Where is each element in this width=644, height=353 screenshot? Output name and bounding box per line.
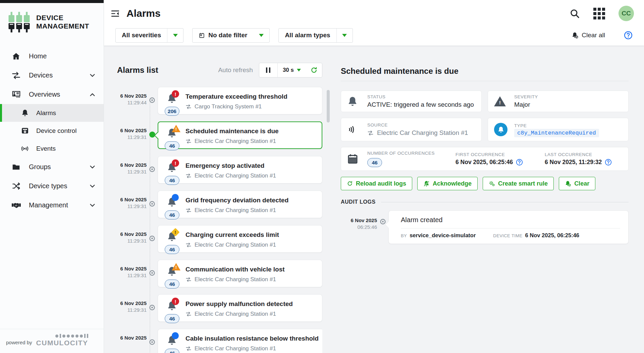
occurrence-count-badge: 46 [367,158,382,167]
audit-entry-meta: BY service_device-simulator DEVICE TIME … [401,232,620,239]
alarm-timestamp-time: 11:29:31 [117,168,147,175]
refresh-icon [347,181,353,187]
timeline-marker [147,260,158,287]
alarms-list-header: Alarms list Auto refresh 30 s [117,61,322,79]
severity-triangle-icon [494,96,514,106]
help-icon[interactable] [605,159,612,166]
avatar[interactable]: CC [619,6,634,21]
alarm-timestamp: 6 Nov 2025 11:29:31 [117,294,147,322]
presentation-icon [11,90,21,99]
sidebar-item-events[interactable]: Events [0,140,104,157]
alarm-bell-wrap: 46 [166,126,185,150]
sidebar-item-alarms[interactable]: Alarms [0,104,104,122]
type-value[interactable]: c8y_MaintenanceRequired [514,129,599,137]
acknowledge-button[interactable]: Acknowledge [417,177,478,190]
app-switcher-icon[interactable] [593,8,605,19]
alarm-card[interactable]: 46 Grid frequency deviation detected Ele… [158,191,322,218]
alarm-card[interactable]: 46 Communication with vehicle lost Elect… [158,260,322,287]
severity-filter-label: All severities [116,29,167,42]
alarm-list-row: 6 Nov 2025 11:29:44 206 Temperature exce… [117,87,322,114]
date-filter-dropdown[interactable]: No date filter [192,28,270,43]
interval-dropdown[interactable]: 30 s [277,63,306,77]
chevron-down-icon [297,69,301,71]
pause-button[interactable] [259,67,277,73]
clear-all-button[interactable]: Clear all [572,32,605,39]
alarm-list-row: 6 Nov 2025 11:29:31 46 Grid frequency de… [117,191,322,218]
alarm-timestamp: 6 Nov 2025 11:29:31 [117,156,147,184]
sidebar-item-groups[interactable]: Groups [0,157,104,176]
sidebar-item-management[interactable]: Management [0,196,104,215]
divider [401,228,620,229]
search-icon[interactable] [570,8,580,19]
last-occurrence-label: LAST OCCURRENCE [545,152,612,157]
audit-card: Alarm created BY service_device-simulato… [388,210,629,244]
detail-title: Scheduled maintenance is due [341,66,629,76]
alarm-title: Communication with vehicle lost [185,266,285,273]
swap-arrows-icon [185,346,192,352]
sidebar-item-label: Groups [29,163,51,171]
alarm-card[interactable]: 46 Cable insulation resistance below thr… [158,329,322,353]
alarm-card[interactable]: 46 Charging current exceeds limit Electr… [158,225,322,253]
sidebar-item-device-types[interactable]: Device types [0,176,104,196]
create-smart-rule-button[interactable]: Create smart rule [483,177,554,190]
alarm-device-name: Cargo Tracking System #1 [195,103,262,110]
alarm-device: Electric Car Charging Station #1 [185,345,319,352]
list-scrollbar-thumb[interactable] [327,90,330,122]
signal-icon [20,145,30,153]
circle-dot-marker-icon [149,270,155,276]
sidebar-top-strip [0,0,104,3]
alarm-list-row: 6 Nov 2025 11:29:31 46 Scheduled mainten… [117,121,322,149]
refresh-icon[interactable] [306,66,322,74]
alarm-texts: Emergency stop activated Electric Car Ch… [185,161,276,179]
by-label: BY [401,233,407,238]
alarm-timestamp: 6 Nov 2025 11:29:31 [117,260,147,287]
cumulocity-wordmark: CUMULOCITY [36,339,88,347]
alarm-texts: Charging current exceeds limit Electric … [185,230,279,248]
alarm-device-name: Electric Car Charging Station #1 [195,242,276,248]
audit-timestamp-time: 06:25:46 [341,224,377,231]
app-logo[interactable]: DEVICE MANAGEMENT [0,3,104,35]
cumulocity-dots-pattern [55,334,88,338]
alarm-bell-wrap: 46 [166,161,185,185]
alarm-timestamp-time: 11:29:31 [117,307,147,313]
severity-filter-dropdown[interactable]: All severities [115,28,183,43]
alarm-timestamp-date: 6 Nov 2025 [117,196,147,203]
help-icon[interactable] [516,159,523,166]
sidebar-item-devices[interactable]: Devices [0,66,104,85]
chevron-down-icon [167,29,183,42]
reload-audit-logs-button[interactable]: Reload audit logs [341,177,412,190]
divider [381,202,629,202]
alarm-timestamp-date: 6 Nov 2025 [117,265,147,272]
occurrence-count-badge: 206 [165,107,179,116]
source-value[interactable]: Electric Car Charging Station #1 [367,129,468,137]
meter-icon [20,127,30,135]
occurrence-count-badge: 46 [165,245,179,254]
alarm-title: Cable insulation resistance below thresh… [185,335,319,342]
sidebar-item-device-control[interactable]: Device control [0,122,104,140]
alarm-bell-wrap: 206 [166,92,185,116]
first-occurrence-value: 6 Nov 2025, 06:25:46 [455,159,513,166]
sidebar-item-home[interactable]: Home [0,47,104,66]
occurrence-count-badge: 46 [165,314,179,323]
circle-dot-marker-icon [149,166,155,172]
alarm-card[interactable]: 46 Emergency stop activated Electric Car… [158,156,322,184]
alarm-texts: Power supply malfunction detected Electr… [185,299,293,317]
bell-check-icon [572,32,579,39]
alarm-type-filter-dropdown[interactable]: All alarm types [278,28,353,43]
header-actions: CC [570,6,634,21]
audit-entry-title: Alarm created [401,216,620,224]
alarm-card[interactable]: 46 Power supply malfunction detected Ele… [158,294,322,322]
alarm-timestamp-date: 6 Nov 2025 [117,127,147,134]
clear-button[interactable]: Clear [559,177,595,190]
alarm-card[interactable]: 46 Scheduled maintenance is due Electric… [158,121,322,149]
alarm-card[interactable]: 206 Temperature exceeding threshold Carg… [158,87,322,114]
help-icon[interactable] [624,31,633,40]
circle-dot-marker-icon [380,218,386,225]
collapse-sidebar-icon[interactable] [111,10,120,17]
auto-refresh-label: Auto refresh [218,66,253,74]
timeline-marker [147,87,158,114]
gears-icon [489,181,495,187]
occurrence-count-badge: 46 [165,176,179,185]
alarm-title: Grid frequency deviation detected [185,197,288,204]
sidebar-item-overviews[interactable]: Overviews [0,85,104,104]
